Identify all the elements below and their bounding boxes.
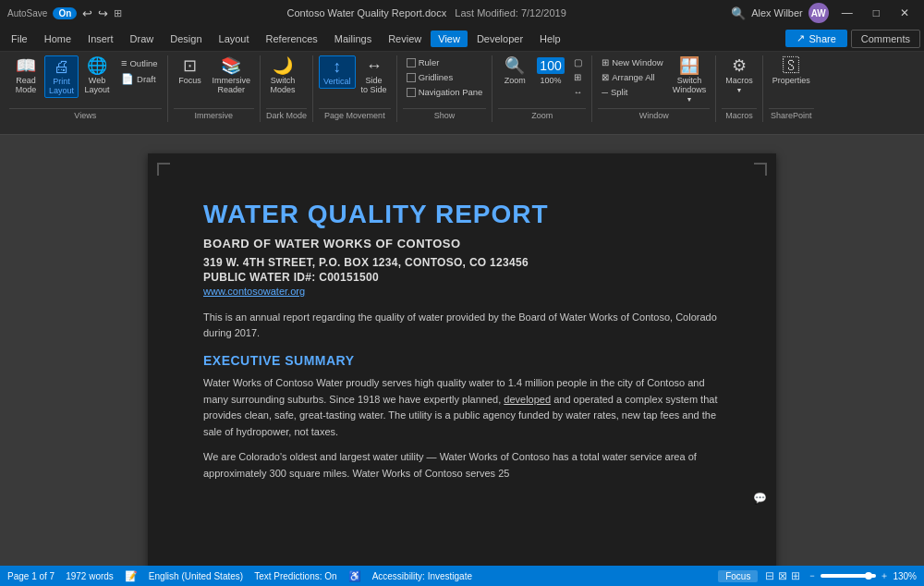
comment-icon[interactable]: 💬: [753, 492, 767, 505]
autosave-toggle[interactable]: On: [53, 7, 77, 19]
switch-windows-label: Switch Windows: [673, 76, 707, 94]
properties-button[interactable]: 🇸 Properties: [769, 55, 814, 87]
filename: Contoso Water Quality Report.docx: [287, 7, 447, 18]
side-to-side-button[interactable]: ↔ Side to Side: [358, 55, 391, 96]
share-button[interactable]: ↗ Share: [785, 30, 846, 47]
draft-button[interactable]: 📄 Draft: [117, 71, 162, 87]
menu-mailings[interactable]: Mailings: [327, 31, 379, 47]
menu-developer[interactable]: Developer: [469, 31, 530, 47]
ribbon-group-show: Ruler Gridlines Navigation Pane Show: [397, 55, 493, 122]
read-mode-button[interactable]: 📖 Read Mode: [9, 55, 43, 96]
redo-button[interactable]: ↪: [98, 6, 108, 20]
accessibility-label[interactable]: Accessibility: Investigate: [372, 571, 472, 581]
user-avatar[interactable]: AW: [808, 3, 829, 23]
show-col: Ruler Gridlines Navigation Pane: [403, 55, 487, 99]
immersive-buttons: ⊡ Focus 📚 Immersive Reader: [174, 55, 255, 104]
gridlines-label: Gridlines: [419, 72, 454, 82]
layout-icon-1[interactable]: ⊟: [765, 569, 774, 582]
menu-home[interactable]: Home: [37, 31, 79, 47]
doc-section1-title: EXECUTIVE SUMMARY: [203, 353, 721, 368]
focus-button[interactable]: Focus: [718, 570, 758, 582]
zoom-plus-button[interactable]: ＋: [880, 569, 889, 582]
vertical-icon: ↕: [333, 58, 341, 75]
window-col: ⊞ New Window ⊠ Arrange All ─ Split: [598, 55, 666, 99]
outline-button[interactable]: ≡ Outline: [117, 55, 162, 70]
zoom-fit-col: ▢ ⊞ ↔: [570, 55, 587, 99]
zoom-100-icon: 100: [537, 57, 564, 74]
menu-layout[interactable]: Layout: [212, 31, 257, 47]
doc-website[interactable]: www.contosowater.org: [203, 286, 305, 297]
menu-draw[interactable]: Draw: [123, 31, 162, 47]
draft-label: Draft: [137, 74, 156, 84]
gridlines-checkbox[interactable]: Gridlines: [403, 70, 487, 84]
switch-windows-button[interactable]: 🪟 Switch Windows ▼: [669, 55, 711, 104]
print-layout-button[interactable]: 🖨 Print Layout: [44, 55, 79, 98]
zoom-minus-button[interactable]: －: [808, 569, 817, 582]
zoom-slider[interactable]: [821, 574, 876, 578]
comments-button[interactable]: Comments: [851, 30, 920, 48]
show-buttons: Ruler Gridlines Navigation Pane: [403, 55, 487, 104]
menu-help[interactable]: Help: [532, 31, 568, 47]
outline-icon: ≡: [121, 57, 127, 68]
one-page-icon: ▢: [574, 57, 582, 67]
menu-references[interactable]: References: [259, 31, 325, 47]
macros-buttons: ⚙ Macros ▼: [722, 55, 757, 104]
minimize-button[interactable]: —: [834, 6, 860, 19]
ribbon-group-page-movement: ↕ Vertical ↔ Side to Side Page Movement: [313, 55, 397, 122]
web-layout-button[interactable]: 🌐 Web Layout: [80, 55, 114, 96]
document-page: WATER QUALITY REPORT BOARD OF WATER WORK…: [148, 153, 776, 566]
user-initials: AW: [811, 8, 826, 18]
zoom-buttons: 🔍 Zoom 100 100% ▢ ⊞ ↔: [498, 55, 586, 104]
close-button[interactable]: ✕: [893, 6, 917, 19]
menu-view[interactable]: View: [431, 31, 468, 47]
modified-date: Last Modified: 7/12/2019: [455, 7, 565, 18]
menu-insert[interactable]: Insert: [80, 31, 121, 47]
vertical-button[interactable]: ↕ Vertical: [319, 55, 356, 89]
switch-modes-label: Switch Modes: [271, 76, 296, 94]
window-buttons: ⊞ New Window ⊠ Arrange All ─ Split 🪟 Swi…: [598, 55, 710, 104]
comments-label: Comments: [861, 33, 910, 44]
doc-address2: PUBLIC WATER ID#: C00151500: [203, 271, 721, 284]
side-icon: ↔: [366, 57, 383, 74]
split-button[interactable]: ─ Split: [598, 85, 666, 99]
draft-icon: 📄: [121, 73, 134, 85]
switch-windows-arrow: ▼: [686, 96, 692, 103]
immersive-reader-button[interactable]: 📚 Immersive Reader: [209, 55, 255, 96]
undo-button[interactable]: ↩: [82, 6, 92, 20]
search-icon[interactable]: 🔍: [731, 6, 746, 20]
new-window-button[interactable]: ⊞ New Window: [598, 55, 666, 69]
sharepoint-buttons: 🇸 Properties: [769, 55, 814, 104]
ruler-checkbox[interactable]: Ruler: [403, 55, 487, 69]
share-icon: ↗: [796, 32, 805, 44]
layout-icon-2[interactable]: ⊠: [778, 569, 787, 582]
language[interactable]: English (United States): [149, 571, 243, 581]
vertical-label: Vertical: [323, 77, 351, 86]
zoom-multiple-button[interactable]: ⊞: [570, 70, 587, 84]
nav-pane-checkbox[interactable]: Navigation Pane: [403, 85, 487, 99]
properties-label: Properties: [772, 76, 810, 85]
maximize-button[interactable]: □: [866, 6, 887, 19]
zoom-one-page-button[interactable]: ▢: [570, 55, 587, 69]
quick-access-icon[interactable]: ⊞: [114, 7, 122, 19]
zoom-level[interactable]: 130%: [893, 571, 917, 581]
show-group-label: Show: [403, 108, 487, 120]
zoom-100-label: 100%: [541, 76, 562, 85]
menu-file[interactable]: File: [4, 31, 35, 47]
zoom-button[interactable]: 🔍 Zoom: [498, 55, 531, 87]
doc-address1: 319 W. 4TH STREET, P.O. BOX 1234, CONTOS…: [203, 256, 721, 269]
zoom-label: Zoom: [505, 76, 526, 85]
switch-windows-icon: 🪟: [679, 57, 699, 74]
views-group-label: Views: [9, 108, 162, 120]
gridlines-check-icon: [407, 73, 416, 82]
layout-icon-3[interactable]: ⊞: [791, 569, 800, 582]
switch-modes-button[interactable]: 🌙 Switch Modes: [266, 55, 299, 96]
menu-design[interactable]: Design: [163, 31, 209, 47]
macros-button[interactable]: ⚙ Macros ▼: [722, 55, 757, 95]
zoom-100-button[interactable]: 100 100%: [533, 55, 567, 87]
track-changes-icon[interactable]: 📝: [125, 570, 138, 582]
user-name: Alex Wilber: [751, 7, 803, 18]
zoom-width-button[interactable]: ↔: [570, 85, 587, 99]
arrange-all-button[interactable]: ⊠ Arrange All: [598, 70, 666, 84]
focus-button[interactable]: ⊡ Focus: [174, 55, 207, 87]
menu-review[interactable]: Review: [381, 31, 429, 47]
